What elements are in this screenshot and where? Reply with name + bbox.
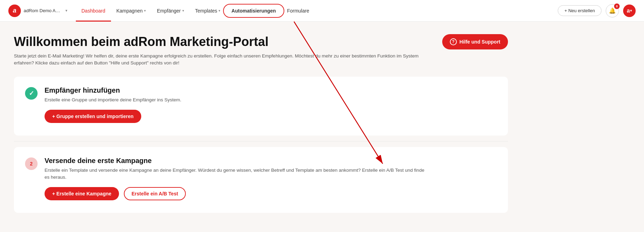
card-recipients-title: Empfänger hinzufügen	[45, 86, 181, 94]
brand-logo-icon: a	[8, 5, 21, 17]
user-chevron-icon: ▾	[630, 9, 632, 13]
card-recipients-actions: + Gruppe erstellen und importieren	[45, 110, 181, 123]
nav-item-dashboard[interactable]: Dashboard	[76, 0, 111, 22]
card-recipients: ✓ Empfänger hinzufügen Erstelle eine Gru…	[14, 77, 508, 136]
main-content: Willkommen beim adRom Marketing-Portal S…	[0, 22, 522, 231]
card-campaign-actions: + Erstelle eine Kampagne Erstelle ein A/…	[45, 187, 427, 200]
brand-logo-area[interactable]: a adRom Demo Acc... ▾	[8, 5, 67, 17]
create-campaign-button[interactable]: + Erstelle eine Kampagne	[45, 187, 119, 200]
navbar: a adRom Demo Acc... ▾ Dashboard Kampagne…	[0, 0, 644, 22]
page-subtitle: Starte jetzt dein E-Mail Marketing! Wir …	[14, 53, 431, 67]
card-campaign: 2 Versende deine erste Kampagne Erstelle…	[14, 147, 508, 213]
notifications-button[interactable]: 🔔 0	[606, 4, 619, 17]
create-group-button[interactable]: + Gruppe erstellen und importieren	[45, 110, 141, 123]
card-step-badge-todo: 2	[25, 157, 38, 170]
templates-chevron-icon: ▾	[218, 9, 220, 13]
nav-links: Dashboard Kampagnen ▾ Empfänger ▾ Templa…	[76, 0, 558, 22]
help-support-button[interactable]: ? Hilfe und Support	[442, 34, 508, 49]
cards-wrapper: ✓ Empfänger hinzufügen Erstelle eine Gru…	[14, 77, 508, 219]
nav-item-automatisierungen[interactable]: Automatisierungen	[226, 0, 281, 22]
nav-item-kampagnen[interactable]: Kampagnen ▾	[111, 0, 152, 22]
card-recipients-header: ✓ Empfänger hinzufügen Erstelle eine Gru…	[25, 86, 497, 123]
brand-chevron-icon: ▾	[65, 8, 67, 13]
page-title: Willkommen beim adRom Marketing-Portal	[14, 34, 508, 49]
checkmark-icon: ✓	[29, 90, 34, 97]
new-button[interactable]: + Neu erstellen	[558, 5, 602, 16]
card-campaign-title: Versende deine erste Kampagne	[45, 157, 427, 165]
create-ab-test-button[interactable]: Erstelle ein A/B Test	[124, 187, 186, 200]
card-campaign-header: 2 Versende deine erste Kampagne Erstelle…	[25, 157, 497, 201]
card-step-badge-done: ✓	[25, 87, 38, 100]
kampagnen-chevron-icon: ▾	[144, 9, 146, 13]
card-recipients-desc: Erstelle eine Gruppe und importiere dein…	[45, 96, 181, 103]
card-recipients-body: Empfänger hinzufügen Erstelle eine Grupp…	[45, 86, 181, 123]
notif-badge: 0	[614, 3, 620, 9]
nav-item-templates[interactable]: Templates ▾	[190, 0, 226, 22]
brand-name: adRom Demo Acc...	[24, 8, 62, 13]
nav-item-formulare[interactable]: Formulare	[281, 0, 315, 22]
user-avatar[interactable]: a ▾	[623, 5, 636, 17]
card-campaign-body: Versende deine erste Kampagne Erstelle e…	[45, 157, 427, 201]
nav-right: + Neu erstellen 🔔 0 a ▾	[558, 4, 636, 17]
nav-item-empfaenger[interactable]: Empfänger ▾	[151, 0, 189, 22]
card-divider	[14, 141, 508, 141]
card-campaign-desc: Erstelle ein Template und versende eine …	[45, 167, 427, 181]
help-icon: ?	[450, 38, 457, 45]
empfaenger-chevron-icon: ▾	[182, 9, 184, 13]
